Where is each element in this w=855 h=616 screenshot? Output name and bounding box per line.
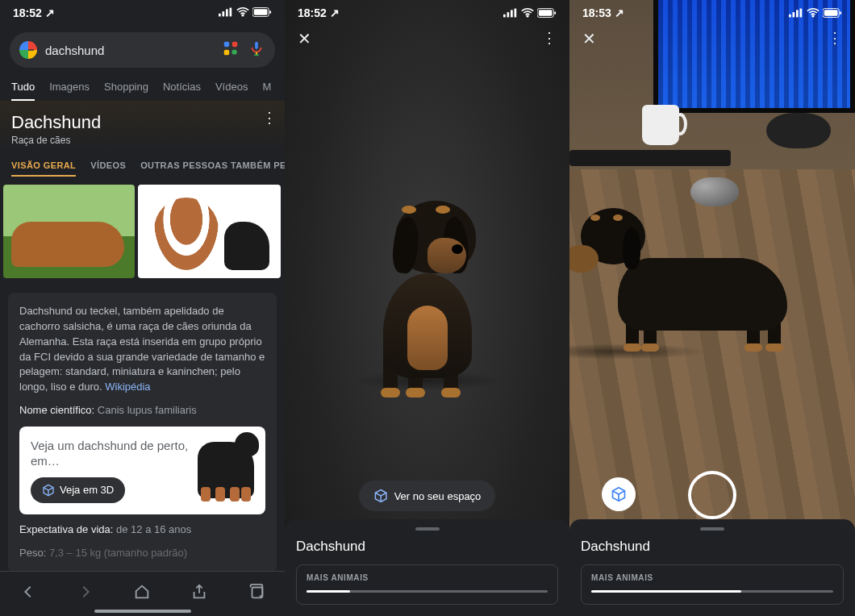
svg-rect-27 xyxy=(800,9,803,18)
kp-tab-videos[interactable]: VÍDEOS xyxy=(90,160,126,177)
close-icon[interactable]: ✕ xyxy=(582,29,596,48)
sheet-title: Dachshund xyxy=(581,539,844,555)
svg-rect-23 xyxy=(554,11,556,15)
search-input[interactable] xyxy=(45,44,214,57)
status-icons xyxy=(789,8,842,18)
nav-share-icon[interactable] xyxy=(190,583,208,605)
kp-more-icon[interactable]: ⋮ xyxy=(262,109,277,127)
svg-point-28 xyxy=(812,15,814,17)
status-time: 18:53 ↗ xyxy=(582,6,624,19)
progress-bar xyxy=(307,590,548,593)
knowledge-panel-header: Dachshund Raça de cães ⋮ xyxy=(0,101,285,151)
svg-point-4 xyxy=(242,15,244,16)
svg-rect-12 xyxy=(255,42,258,49)
svg-rect-17 xyxy=(507,12,510,17)
more-options-icon[interactable]: ⋮ xyxy=(542,29,557,48)
viewer-top-bar: ✕ ⋮ xyxy=(285,29,569,48)
view-in-3d-button[interactable]: Veja em 3D xyxy=(31,477,125,503)
svg-rect-22 xyxy=(539,10,553,15)
tab-more[interactable]: M xyxy=(262,74,271,101)
browser-bottom-nav xyxy=(0,571,285,616)
tab-shopping[interactable]: Shopping xyxy=(104,74,148,101)
sheet-drag-handle[interactable] xyxy=(415,527,440,531)
more-animals-label: MAIS ANIMAIS xyxy=(307,573,548,582)
status-bar: 18:52 ↗ xyxy=(0,0,285,26)
kp-title: Dachshund xyxy=(11,112,273,133)
svg-rect-6 xyxy=(254,9,268,15)
cube-icon xyxy=(611,486,627,502)
svg-point-11 xyxy=(231,49,236,54)
cube-icon xyxy=(42,484,55,497)
bottom-sheet[interactable]: Dachshund MAIS ANIMAIS xyxy=(569,519,855,616)
promo-dog-thumbnail xyxy=(198,442,254,498)
bottom-sheet[interactable]: Dachshund MAIS ANIMAIS xyxy=(285,519,569,616)
svg-rect-9 xyxy=(232,42,237,47)
image-results-row xyxy=(0,181,285,281)
camera-shutter-button[interactable] xyxy=(688,471,736,519)
status-icons xyxy=(503,8,557,18)
svg-rect-1 xyxy=(223,11,225,16)
status-icons xyxy=(219,6,272,19)
progress-bar xyxy=(591,590,833,593)
svg-rect-2 xyxy=(226,9,228,16)
svg-rect-10 xyxy=(224,50,229,55)
image-result-2[interactable] xyxy=(138,185,281,278)
kp-description-text: Dachshund ou teckel, também apelidado de… xyxy=(19,305,265,393)
viewer-top-bar: ✕ ⋮ xyxy=(569,29,855,48)
status-bar: 18:52 ↗ xyxy=(285,0,569,26)
kp-tab-overview[interactable]: VISÃO GERAL xyxy=(11,160,76,177)
search-bar[interactable] xyxy=(10,32,275,68)
svg-rect-18 xyxy=(511,10,513,17)
more-options-icon[interactable]: ⋮ xyxy=(828,29,842,48)
more-animals-card[interactable]: MAIS ANIMAIS xyxy=(581,564,844,605)
search-category-tabs: Tudo Imagens Shopping Notícias Vídeos M xyxy=(0,74,285,101)
kp-attr-life-expectancy: Expectativa de vida: de 12 a 16 anos xyxy=(19,522,265,538)
kp-tab-people-also[interactable]: OUTRAS PESSOAS TAMBÉM PESQ xyxy=(140,160,285,177)
promo-text: Veja um dachshund de perto, em… xyxy=(31,438,190,469)
more-animals-card[interactable]: MAIS ANIMAIS xyxy=(296,564,558,605)
sheet-drag-handle[interactable] xyxy=(700,527,724,531)
switch-to-object-view-button[interactable] xyxy=(602,477,636,511)
ar-bg-desk xyxy=(569,105,855,169)
kp-subtitle: Raça de cães xyxy=(11,135,273,146)
view-in-your-space-button[interactable]: Ver no seu espaço xyxy=(359,481,496,511)
svg-rect-8 xyxy=(224,42,229,47)
status-bar: 18:53 ↗ xyxy=(569,0,855,26)
ar-dog-model[interactable] xyxy=(586,194,811,355)
tab-tudo[interactable]: Tudo xyxy=(11,74,35,101)
tab-noticias[interactable]: Notícias xyxy=(163,74,201,101)
nav-back-icon[interactable] xyxy=(19,583,37,605)
status-time: 18:52 ↗ xyxy=(13,6,55,19)
home-indicator xyxy=(94,610,191,613)
view-3d-promo-card[interactable]: Veja um dachshund de perto, em… Veja em … xyxy=(19,427,265,514)
svg-rect-26 xyxy=(796,10,799,17)
kp-attr-scientific-name: Nome científico: Canis lupus familiaris xyxy=(19,403,265,418)
tab-imagens[interactable]: Imagens xyxy=(49,74,90,101)
sheet-title: Dachshund xyxy=(296,539,558,555)
dog-3d-model[interactable] xyxy=(339,193,516,402)
svg-rect-7 xyxy=(269,10,271,14)
wifi-icon xyxy=(236,6,249,19)
close-icon[interactable]: ✕ xyxy=(298,29,311,48)
google-logo-icon xyxy=(19,41,37,59)
nav-tabs-icon[interactable] xyxy=(248,583,265,605)
nav-home-icon[interactable] xyxy=(133,583,151,605)
cube-icon xyxy=(373,489,388,503)
mic-icon[interactable] xyxy=(248,40,265,60)
kp-tabs: VISÃO GERAL VÍDEOS OUTRAS PESSOAS TAMBÉM… xyxy=(0,151,285,181)
status-time: 18:52 ↗ xyxy=(298,6,340,19)
kp-description-card: Dachshund ou teckel, também apelidado de… xyxy=(8,293,277,572)
tab-videos[interactable]: Vídeos xyxy=(215,74,248,101)
signal-icon xyxy=(219,6,233,19)
google-lens-icon[interactable] xyxy=(222,40,240,60)
svg-rect-24 xyxy=(789,15,791,18)
wikipedia-link[interactable]: Wikipédia xyxy=(105,381,150,393)
svg-rect-0 xyxy=(219,14,221,17)
image-result-1[interactable] xyxy=(3,185,135,278)
svg-rect-16 xyxy=(503,15,506,18)
kp-attr-weight: Peso: 7,3 – 15 kg (tamanho padrão) xyxy=(19,546,265,561)
nav-forward-icon[interactable] xyxy=(77,583,94,605)
battery-icon xyxy=(252,6,272,19)
svg-point-20 xyxy=(527,15,528,17)
svg-rect-3 xyxy=(230,8,232,17)
